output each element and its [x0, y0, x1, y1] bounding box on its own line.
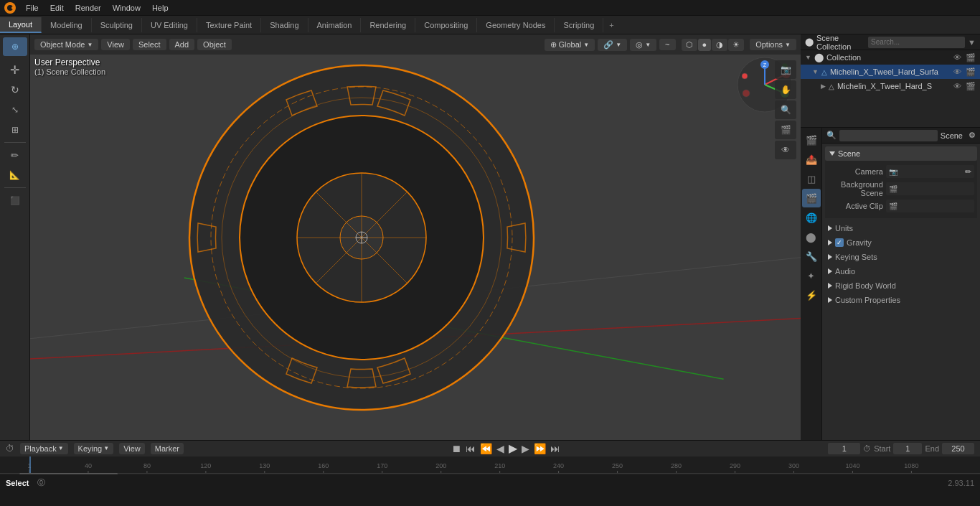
gravity-checkbox[interactable]: ✓ [835, 238, 844, 247]
annotate-tool[interactable]: ✏ [3, 146, 27, 164]
tab-animation[interactable]: Animation [308, 18, 362, 32]
custom-props-section[interactable]: Custom Properties [825, 293, 977, 307]
next-keyframe-btn[interactable]: ▶ [522, 443, 529, 454]
render-view-btn[interactable]: 🎬 [775, 121, 796, 139]
view-layer-props-tab[interactable]: ◫ [802, 169, 821, 188]
jump-end-btn[interactable]: ⏭ [550, 443, 560, 454]
object-menu[interactable]: Object [197, 39, 232, 50]
eye-icon-2[interactable]: 👁 [953, 82, 961, 90]
tab-texture-paint[interactable]: Texture Paint [197, 18, 261, 32]
background-scene-value[interactable]: 🎬 [886, 182, 974, 195]
stop-btn[interactable]: ⏹ [451, 443, 461, 454]
mode-dropdown[interactable]: Object Mode ▼ [34, 39, 98, 50]
gravity-section[interactable]: ✓ Gravity [825, 235, 977, 250]
tab-sculpting[interactable]: Sculpting [92, 18, 142, 32]
wireframe-mode[interactable]: ⬡ [682, 39, 697, 51]
next-frame-btn[interactable]: ⏩ [534, 443, 546, 454]
playback-menu[interactable]: Playback ▼ [20, 443, 68, 454]
scale-tool[interactable]: ⤡ [3, 100, 27, 119]
svg-rect-72 [0, 473, 980, 474]
outliner-scene-collection[interactable]: ▼ ⬤ Collection 👁 🎬 [801, 50, 980, 65]
add-menu[interactable]: Add [169, 39, 195, 50]
cam-icon-2[interactable]: 🎬 [966, 82, 976, 91]
modifier-props-tab[interactable]: 🔧 [802, 247, 821, 266]
start-frame-input[interactable] [893, 443, 922, 454]
camera-value[interactable]: 📷 ✏ [886, 165, 974, 178]
units-section[interactable]: Units [825, 221, 977, 235]
play-btn[interactable]: ▶ [509, 441, 517, 455]
menu-file[interactable]: File [20, 2, 44, 14]
render-props-tab[interactable]: 🎬 [802, 131, 821, 149]
view-menu-timeline[interactable]: View [119, 443, 145, 454]
marker-menu[interactable]: Marker [151, 443, 184, 454]
tab-add-workspace[interactable]: + [603, 18, 619, 32]
add-cube-tool[interactable]: ⬛ [3, 191, 27, 210]
current-frame-input[interactable] [828, 443, 860, 454]
outliner-item-mesh1[interactable]: ▼ △ Michelin_X_Tweel_Hard_Surfa 👁 🎬 [801, 65, 980, 79]
visibility-icon[interactable]: 👁 [953, 53, 961, 62]
visibility-btn[interactable]: 👁 [775, 141, 796, 159]
menu-help[interactable]: Help [146, 2, 174, 14]
menu-edit[interactable]: Edit [44, 2, 70, 14]
menu-window[interactable]: Window [107, 2, 146, 14]
prev-frame-btn[interactable]: ⏪ [480, 443, 492, 454]
cam-icon-1[interactable]: 🎬 [966, 67, 976, 77]
solid-mode[interactable]: ● [698, 39, 712, 51]
camera-view-btn[interactable]: 📷 [775, 60, 796, 79]
select-menu[interactable]: Select [133, 39, 166, 50]
scene-props-tab[interactable]: 🎬 [802, 189, 821, 207]
proportional-edit[interactable]: ◎ ▼ [630, 39, 656, 51]
props-header-search-icon[interactable]: 🔍 [826, 131, 837, 140]
view-menu[interactable]: View [101, 39, 130, 50]
menu-render[interactable]: Render [70, 2, 107, 14]
tab-scripting[interactable]: Scripting [555, 18, 603, 32]
blender-logo[interactable] [0, 0, 20, 16]
particles-tab[interactable]: ✦ [802, 266, 821, 285]
tab-geometry-nodes[interactable]: Geometry Nodes [477, 18, 555, 32]
camera-edit-icon[interactable]: ✏ [965, 167, 971, 177]
outliner-filter-icon[interactable]: ▼ [968, 38, 976, 47]
world-props-tab[interactable]: 🌐 [802, 208, 821, 227]
keying-sets-section[interactable]: Keying Sets [825, 250, 977, 264]
zoom-tool-btn[interactable]: 🔍 [775, 100, 796, 119]
camera-restrict-icon[interactable]: 🎬 [966, 53, 976, 62]
rotate-tool[interactable]: ↻ [3, 80, 27, 99]
outliner-search[interactable] [868, 37, 965, 48]
tab-layout[interactable]: Layout [0, 17, 42, 33]
settings-icon[interactable]: ⚙ [969, 131, 976, 140]
tab-modeling[interactable]: Modeling [42, 18, 92, 32]
hand-tool-btn[interactable]: ✋ [775, 80, 796, 99]
viewport-options[interactable]: Options ▼ [750, 39, 796, 50]
tab-rendering[interactable]: Rendering [361, 18, 415, 32]
tab-uv-editing[interactable]: UV Editing [142, 18, 197, 32]
3d-viewport[interactable]: Object Mode ▼ View Select Add Object ⊕ G… [30, 34, 801, 440]
rigid-body-section[interactable]: Rigid Body World [825, 278, 977, 293]
rendered-mode[interactable]: ☀ [728, 39, 744, 51]
clock-icon: ⏱ [863, 444, 871, 453]
end-frame-input[interactable] [942, 443, 974, 454]
tab-compositing[interactable]: Compositing [415, 18, 477, 32]
global-transform[interactable]: ⊕ Global ▼ [545, 39, 595, 51]
cursor-tool[interactable]: ⊕ [3, 37, 27, 56]
audio-section[interactable]: Audio [825, 264, 977, 278]
active-clip-label: Active Clip [828, 202, 883, 210]
graph-icon[interactable]: ~ [659, 39, 675, 50]
move-tool[interactable]: ✛ [3, 60, 27, 79]
prev-keyframe-btn[interactable]: ◀ [496, 443, 504, 454]
output-props-tab[interactable]: 📤 [802, 150, 821, 169]
jump-start-btn[interactable]: ⏮ [466, 443, 476, 454]
properties-search[interactable] [839, 130, 938, 141]
timeline-ruler[interactable]: 1 40 80 120 130 160 170 [0, 456, 980, 474]
scene-section-header[interactable]: Scene [825, 146, 977, 161]
transform-tool[interactable]: ⊞ [3, 121, 27, 139]
measure-tool[interactable]: 📐 [3, 166, 27, 184]
physics-tab[interactable]: ⚡ [802, 286, 821, 304]
material-preview[interactable]: ◑ [712, 39, 727, 51]
outliner-item-mesh2[interactable]: ▶ △ Michelin_X_Tweel_Hard_S 👁 🎬 [801, 79, 980, 93]
snap-tool[interactable]: 🔗 ▼ [598, 39, 627, 51]
tab-shading[interactable]: Shading [261, 18, 308, 32]
active-clip-value[interactable]: 🎬 [886, 200, 974, 212]
eye-icon-1[interactable]: 👁 [953, 67, 961, 76]
keying-menu[interactable]: Keying ▼ [74, 443, 114, 454]
object-props-tab[interactable]: ⬤ [802, 228, 821, 246]
